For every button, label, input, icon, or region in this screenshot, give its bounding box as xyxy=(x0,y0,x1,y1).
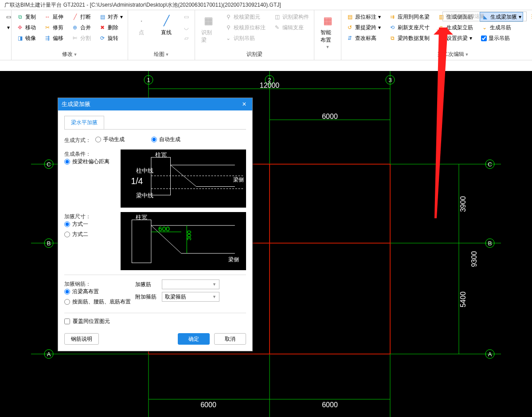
extend-icon: ↔ xyxy=(44,13,51,20)
search-input[interactable]: 答疑解惑，搜这里 xyxy=(442,12,527,21)
gen-jialijin-button[interactable]: ≡生成架立筋 xyxy=(436,23,474,32)
svg-text:C: C xyxy=(47,161,51,168)
retie-span-button[interactable]: ↺重提梁跨 ▾ xyxy=(345,23,382,32)
break-button[interactable]: ╱打断 xyxy=(70,12,92,22)
offset-button[interactable]: ⇶偏移 xyxy=(43,33,65,43)
jiali-icon: ≡ xyxy=(438,24,445,31)
cancel-button[interactable]: 取消 xyxy=(214,333,246,345)
rebar-by-face[interactable]: 按面筋、腰筋、底筋布置 xyxy=(64,298,135,306)
ribbon-group-modify: ⧉复制 ✥移动 ◨镜像 ↔延伸 ✂修剪 ⇶偏移 ╱打断 ⊕合并 ✄分割 ▤对齐 … xyxy=(12,10,128,60)
origin-mark-button[interactable]: ▤原位标注 ▾ xyxy=(345,12,382,22)
overwrite-checkbox[interactable]: 覆盖同位置图元 xyxy=(64,318,246,325)
dialog-close-button[interactable]: × xyxy=(240,100,249,108)
svg-line-48 xyxy=(170,165,196,186)
chevron-down-icon: ▼ xyxy=(212,282,216,287)
svg-text:B: B xyxy=(47,240,51,247)
check-origin-mark[interactable]: ⚲校核原位标注 xyxy=(223,23,267,32)
apply-icon: ⇉ xyxy=(389,13,396,20)
retie-icon: ↺ xyxy=(346,24,353,31)
check-beam-elem[interactable]: ⚲校核梁图元 xyxy=(223,12,267,22)
gen-cond-offset[interactable]: 按梁柱偏心距离 xyxy=(64,158,121,165)
arch-icon: ⌒ xyxy=(438,35,445,42)
svg-rect-55 xyxy=(132,220,151,263)
gen-jiabao-dialog: 生成梁加腋 × 梁水平加腋 生成方式： 手动生成 自动生成 生成条件： 按梁柱偏… xyxy=(58,98,253,351)
mirror-button[interactable]: ◨镜像 xyxy=(15,33,37,43)
merge-button[interactable]: ⊕合并 xyxy=(70,23,92,32)
refresh-bearing-button[interactable]: ⟲刷新支座尺寸 xyxy=(387,23,431,32)
draw-opt3[interactable]: ▱ xyxy=(181,33,191,43)
gen-mode-manual[interactable]: 手动生成 xyxy=(95,136,125,143)
rec-diaojin[interactable]: ⌄识别吊筋 xyxy=(223,33,267,43)
copy-button[interactable]: ⧉复制 xyxy=(15,12,37,22)
gen-diaojin-button[interactable]: ⌄生成吊筋 xyxy=(480,23,523,32)
size-mode1[interactable]: 方式一 xyxy=(64,220,121,228)
point-button[interactable]: ·点 xyxy=(132,12,151,43)
draw-opt1[interactable]: ▭ xyxy=(181,12,191,22)
svg-rect-44 xyxy=(151,157,171,195)
svg-text:9300: 9300 xyxy=(470,251,478,267)
group-label-beam-edit: 梁二次编辑▼ xyxy=(345,50,532,59)
dialog-tabs: 梁水平加腋 xyxy=(64,116,246,130)
extend-button[interactable]: ↔延伸 xyxy=(43,12,65,22)
set-arch-button[interactable]: ⌒设置拱梁 ▾ xyxy=(436,33,474,43)
point-icon: · xyxy=(134,14,149,28)
tab-horizontal[interactable]: 梁水平加腋 xyxy=(64,116,104,129)
trim-button[interactable]: ✂修剪 xyxy=(43,23,65,32)
ribbon-group-smart: ▦智能布置▼ xyxy=(314,10,341,60)
svg-text:梁中线: 梁中线 xyxy=(136,192,153,199)
elev-icon: ⇵ xyxy=(346,35,353,42)
split-button[interactable]: ✄分割 xyxy=(70,33,92,43)
span-data-copy-button[interactable]: ⧉梁跨数据复制 xyxy=(387,33,431,43)
apply-same-button[interactable]: ⇉应用到同名梁 xyxy=(387,12,431,22)
svg-text:3: 3 xyxy=(388,77,391,83)
ok-button[interactable]: 确定 xyxy=(178,333,210,345)
copy-icon: ⧉ xyxy=(16,13,23,20)
rec-component[interactable]: ◫识别梁构件 xyxy=(272,12,310,22)
gen-mode-auto[interactable]: 自动生成 xyxy=(151,136,180,143)
svg-text:6000: 6000 xyxy=(322,401,338,409)
break-icon: ╱ xyxy=(71,13,78,20)
size-label: 加腋尺寸： xyxy=(64,212,121,220)
rebar-label: 加腋钢筋： xyxy=(64,279,135,288)
smart-layout-button[interactable]: ▦智能布置▼ xyxy=(318,12,337,51)
line-icon: ╱ xyxy=(159,14,173,28)
search-placeholder: 答疑解惑，搜这里 xyxy=(446,13,485,19)
rebar-by-height[interactable]: 沿梁高布置 xyxy=(64,288,135,295)
group-label-draw: 绘图▼ xyxy=(132,50,191,59)
line-button[interactable]: ╱直线 xyxy=(156,12,176,43)
class-icon: ☰ xyxy=(530,13,532,20)
draw-opt2[interactable]: ◡ xyxy=(181,23,191,32)
span-class-button[interactable]: ☰梁跨分类 xyxy=(528,12,532,22)
jiabao-jin-label: 加腋筋 xyxy=(135,281,157,288)
align-button[interactable]: ▤对齐 ▾ xyxy=(98,12,124,22)
check-elev-button[interactable]: ⇵查改标高 xyxy=(345,33,382,43)
svg-text:梁侧: 梁侧 xyxy=(228,256,239,262)
jiabao-jin-combo[interactable]: ▼ xyxy=(162,279,219,289)
dialog-titlebar[interactable]: 生成梁加腋 × xyxy=(58,98,252,110)
align-icon: ▤ xyxy=(99,13,106,20)
edit-bearing[interactable]: ✎编辑支座 xyxy=(272,23,310,32)
recbeam-icon: ▦ xyxy=(201,14,215,28)
move-button[interactable]: ✥移动 xyxy=(15,23,37,32)
ribbon-group-recbeam: ▦识别梁 ⚲校核梁图元 ⚲校核原位标注 ⌄识别吊筋 ◫识别梁构件 ✎编辑支座 识… xyxy=(195,10,314,60)
rec-beam-button[interactable]: ▦识别梁 xyxy=(199,12,218,46)
group-label-modify: 修改▼ xyxy=(15,50,124,59)
fujia-combo[interactable]: 取梁箍筋▼ xyxy=(162,292,219,302)
show-diaojin-check[interactable] xyxy=(481,35,487,41)
chevron-down-icon: ▾ xyxy=(5,24,12,31)
rect-icon: ▭ xyxy=(183,13,190,20)
poly-icon: ▱ xyxy=(183,35,190,42)
size-mode2[interactable]: 方式二 xyxy=(64,231,121,238)
dialog-title: 生成梁加腋 xyxy=(62,100,90,108)
svg-text:600: 600 xyxy=(158,225,170,232)
smart-icon: ▦ xyxy=(321,14,335,28)
rebar-desc-button[interactable]: 钢筋说明 xyxy=(64,333,99,345)
svg-text:C: C xyxy=(488,161,492,168)
rotate-button[interactable]: ⟳旋转 xyxy=(98,33,124,43)
svg-text:6000: 6000 xyxy=(200,401,216,409)
delete-button[interactable]: ✖删除 xyxy=(98,23,124,32)
show-diaojin-button[interactable]: 显示吊筋 xyxy=(480,33,523,43)
trim-icon: ✂ xyxy=(44,24,51,31)
diagram-condition: 柱宽 柱中线 1/4 梁中线 梁侧 xyxy=(121,149,246,208)
svg-text:6000: 6000 xyxy=(322,113,338,120)
